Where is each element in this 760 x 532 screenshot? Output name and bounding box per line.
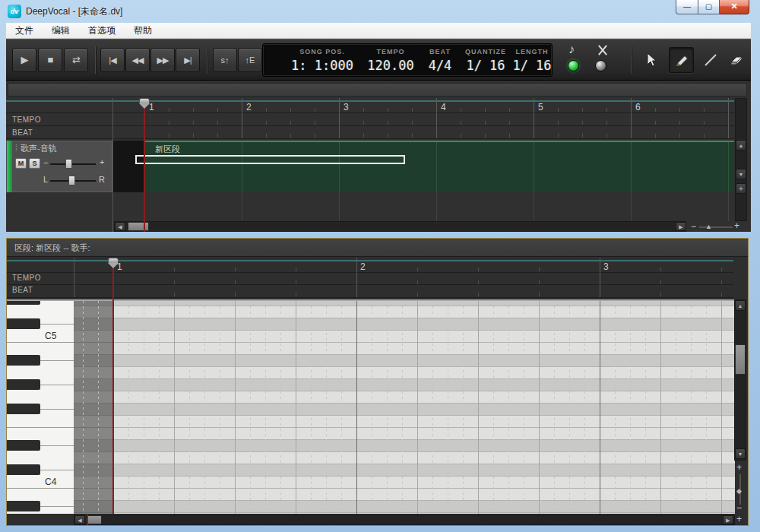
pr-vscroll-down-button[interactable]: ▼ [735, 448, 746, 459]
menu-item-0[interactable]: 文件 [6, 23, 43, 39]
pr-vzoom-thumb[interactable]: ◆ [736, 486, 742, 496]
mute-led[interactable] [595, 60, 606, 71]
playhead-marker[interactable] [139, 98, 150, 109]
marker-bar[interactable] [8, 83, 747, 97]
pan-slider-thumb[interactable] [68, 176, 75, 185]
grid-row-white[interactable] [74, 330, 735, 342]
pencil-tool-button[interactable] [669, 47, 694, 73]
mute-button[interactable]: M [15, 158, 27, 169]
forward-button[interactable]: ▶▶ [150, 48, 175, 72]
track-hscrollbar[interactable] [114, 221, 686, 232]
rewind-button[interactable]: ◀◀ [125, 48, 150, 72]
grid-row-black[interactable] [74, 318, 735, 330]
grid-row-white[interactable] [74, 391, 735, 403]
black-key-D#5[interactable] [7, 299, 40, 305]
key-label-C4: C4 [45, 477, 56, 487]
track-hscroll-left-button[interactable]: ◀ [115, 222, 125, 231]
solo-button[interactable]: S [29, 158, 40, 169]
track-vzoom-in-button[interactable]: + [736, 183, 746, 194]
pr-ruler-divider [7, 297, 733, 298]
grid-16th-line [569, 301, 570, 514]
pointer-tool-button[interactable] [638, 47, 663, 73]
black-key-A#3[interactable] [7, 501, 40, 511]
pr-beat-tick [539, 280, 540, 284]
go-start-button[interactable]: |◀ [100, 48, 125, 72]
black-key-D#4[interactable] [7, 440, 40, 451]
track-zoom-slider[interactable] [699, 226, 733, 228]
grid-row-black[interactable] [74, 403, 735, 415]
segment-name[interactable]: 新区段 [155, 144, 180, 155]
grid-row-white[interactable] [74, 366, 735, 378]
track-vscrollbar[interactable] [735, 98, 747, 221]
loop-button[interactable]: ⇄ [64, 48, 88, 72]
minimize-button[interactable]: — [676, 0, 698, 14]
piano-keyboard[interactable]: C5C4 [7, 299, 74, 514]
track-vscroll-up-button[interactable]: ▲ [736, 140, 746, 150]
black-key-G#4[interactable] [7, 379, 40, 390]
grid-hline [74, 330, 735, 331]
grid-row-white[interactable] [74, 476, 735, 488]
grid-row-white[interactable] [74, 306, 735, 318]
pr-beat-tick [417, 280, 418, 284]
track-hscroll-right-button[interactable]: ▶ [676, 222, 686, 231]
grid-row-white[interactable] [74, 415, 735, 427]
empty-track-area[interactable] [6, 192, 734, 221]
segment-bar[interactable] [135, 155, 405, 164]
tempo-value[interactable]: 120.00 [364, 58, 417, 73]
track-grip-icon[interactable]: ⁞ [15, 144, 17, 152]
eraser-tool-button[interactable] [724, 47, 749, 73]
track-zoom-thumb[interactable]: ▲ [705, 222, 712, 231]
note-icon[interactable]: ♪ [568, 43, 575, 56]
black-key-C#5[interactable] [7, 318, 40, 329]
pr-hscroll-thumb[interactable] [87, 515, 102, 524]
jump-end-button[interactable]: ↑E [238, 48, 262, 72]
track-vscroll-down-button[interactable]: ▼ [736, 169, 746, 179]
grid-row-white[interactable] [74, 451, 735, 464]
menu-item-1[interactable]: 编辑 [43, 23, 79, 39]
note-grid[interactable] [74, 299, 735, 514]
grid-row-black[interactable] [74, 378, 735, 391]
track-lane-pre[interactable] [112, 141, 144, 192]
beat-value[interactable]: 4/4 [421, 58, 459, 73]
pr-hscrollbar[interactable] [74, 515, 735, 525]
track-zoom-out-button[interactable]: − [691, 222, 696, 231]
pr-corner-zoom-button[interactable]: + [736, 515, 742, 524]
note-led[interactable] [568, 60, 579, 71]
pr-vscroll-thumb[interactable] [735, 344, 746, 375]
volume-slider-thumb[interactable] [65, 159, 72, 169]
pr-playhead-marker[interactable] [108, 258, 119, 268]
black-key-C#4[interactable] [7, 464, 40, 475]
close-button[interactable]: ✕ [720, 0, 749, 14]
track-zoom-in-button[interactable]: + [734, 221, 739, 230]
go-end-button[interactable]: ▶| [176, 48, 200, 72]
grid-row-black[interactable] [74, 439, 735, 451]
stop-button[interactable]: ■ [38, 48, 62, 72]
pr-vscrollbar[interactable] [734, 299, 746, 461]
volume-min-label: − [43, 158, 48, 167]
pr-vzoom-in-button[interactable]: + [736, 463, 742, 472]
grid-row-white[interactable] [74, 427, 735, 439]
play-button[interactable]: ▶ [12, 48, 36, 72]
mute-icon[interactable] [596, 44, 610, 56]
track-hscroll-thumb[interactable] [128, 222, 149, 231]
line-tool-button[interactable] [698, 47, 723, 73]
black-key-A#4[interactable] [7, 355, 40, 366]
track-name[interactable]: 歌声-音轨 [21, 143, 57, 154]
grid-row-black[interactable] [74, 500, 735, 512]
grid-row-black[interactable] [74, 299, 735, 306]
black-key-F#4[interactable] [7, 404, 40, 414]
menu-item-2[interactable]: 首选项 [79, 23, 125, 39]
grid-row-white[interactable] [74, 342, 735, 354]
maximize-button[interactable]: ▢ [698, 0, 720, 14]
pr-hscroll-right-button[interactable]: ▶ [723, 515, 733, 524]
menu-item-3[interactable]: 帮助 [125, 23, 161, 39]
pr-vscroll-up-button[interactable]: ▲ [735, 300, 746, 311]
jump-start-button[interactable]: s↑ [213, 48, 237, 72]
grid-row-black[interactable] [74, 354, 735, 366]
pr-hscroll-left-button[interactable]: ◀ [74, 515, 85, 524]
volume-slider[interactable] [50, 163, 96, 165]
grid-row-white[interactable] [74, 488, 735, 500]
grid-row-black[interactable] [74, 464, 735, 476]
pr-vzoom-out-button[interactable]: − [736, 503, 742, 512]
track-lane-content[interactable] [144, 141, 734, 192]
